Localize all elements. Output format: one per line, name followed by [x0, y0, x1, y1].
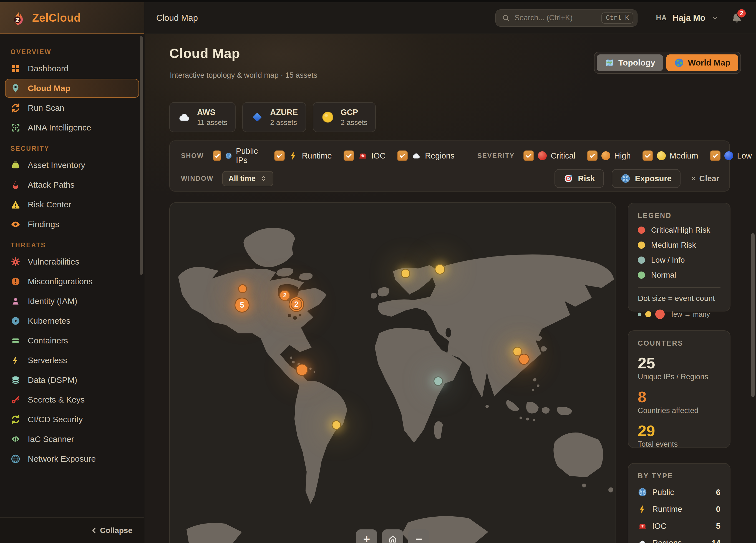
- search-icon: [502, 14, 510, 22]
- sidebar-item-attack-paths[interactable]: Attack Paths: [5, 175, 139, 194]
- scale-dot-icon: [655, 310, 665, 319]
- provider-card-aws[interactable]: AWS11 assets: [169, 102, 236, 132]
- map-marker[interactable]: [296, 364, 308, 376]
- legend-size-scale: few → many: [638, 310, 720, 319]
- sidebar-item-label: Identity (IAM): [28, 296, 77, 306]
- sidebar-item-misconfigurations[interactable]: Misconfigurations: [5, 272, 139, 291]
- checkbox-checked[interactable]: [213, 150, 221, 161]
- by-type-value: 0: [716, 505, 720, 514]
- user-menu[interactable]: HA Haja Mo: [656, 13, 719, 23]
- map-marker-count-5[interactable]: 5: [235, 298, 250, 313]
- warning-icon: [11, 200, 21, 210]
- checkbox-checked[interactable]: [523, 150, 534, 161]
- world-map-canvas[interactable]: 522 + −: [169, 202, 616, 543]
- exposure-button[interactable]: Exposure: [612, 169, 681, 188]
- legend-panel: LEGEND Critical/High RiskMedium RiskLow …: [628, 203, 730, 311]
- filter-severity-critical[interactable]: Critical: [523, 150, 575, 161]
- checkbox-checked[interactable]: [397, 150, 408, 161]
- sidebar-item-dashboard[interactable]: Dashboard: [5, 59, 139, 78]
- bolt-emoji-icon: [289, 151, 298, 160]
- filter-show-ioc[interactable]: IOC: [344, 150, 386, 161]
- page-subtitle: Interactive topology & world map · 15 as…: [170, 71, 317, 80]
- legend-item: Medium Risk: [638, 241, 720, 250]
- world-map-silhouette: [170, 203, 616, 543]
- checkbox-checked[interactable]: [710, 150, 720, 161]
- map-marker[interactable]: [332, 420, 341, 430]
- sidebar-item-risk-center[interactable]: Risk Center: [5, 195, 139, 214]
- counter-value: 25: [638, 355, 720, 371]
- globe-icon: [621, 174, 631, 183]
- checkbox-checked[interactable]: [344, 150, 354, 161]
- map-marker[interactable]: [434, 376, 443, 386]
- notifications-button[interactable]: 2: [730, 9, 744, 25]
- risk-button[interactable]: Risk: [555, 169, 604, 188]
- provider-cards: AWS11 assetsAZURE2 assetsGCP2 assets: [169, 102, 376, 132]
- sidebar-item-data-dspm-[interactable]: Data (DSPM): [5, 371, 139, 389]
- sidebar-item-findings[interactable]: Findings: [5, 215, 139, 234]
- sidebar-item-label: Data (DSPM): [28, 375, 77, 385]
- filter-show-public-ips[interactable]: Public IPs: [213, 147, 263, 165]
- sidebar-item-label: CI/CD Security: [28, 415, 83, 424]
- globe-line-icon: [11, 454, 21, 464]
- refresh-icon: [11, 414, 21, 424]
- map-marker-count-2[interactable]: 2: [289, 296, 304, 312]
- database-icon: [11, 375, 21, 385]
- sidebar-item-kubernetes[interactable]: Kubernetes: [5, 311, 139, 330]
- sidebar-item-asset-inventory[interactable]: Asset Inventory: [5, 156, 139, 175]
- filter-severity-low[interactable]: Low: [710, 150, 752, 161]
- sidebar-item-secrets-keys[interactable]: Secrets & Keys: [5, 390, 139, 409]
- collapse-label: Collapse: [100, 526, 132, 535]
- sidebar-item-identity-iam-[interactable]: Identity (IAM): [5, 292, 139, 311]
- filter-show-regions[interactable]: Regions: [397, 150, 454, 161]
- globe-earth-icon: [674, 58, 684, 68]
- search-shortcut-kbd: Ctrl K: [601, 12, 633, 24]
- zoom-out-button[interactable]: −: [408, 529, 429, 543]
- sidebar-item-network-exposure[interactable]: Network Exposure: [5, 449, 139, 468]
- view-toggle-topology[interactable]: Topology: [597, 54, 663, 71]
- sidebar-item-aina-intelligence[interactable]: AINA Intelligence: [5, 118, 139, 137]
- svg-text:z: z: [15, 16, 19, 24]
- provider-card-gcp[interactable]: GCP2 assets: [313, 102, 376, 132]
- sidebar-header: z ZelCloud: [0, 2, 144, 34]
- show-label: SHOW: [181, 152, 204, 160]
- eye-icon: [11, 219, 21, 229]
- legend-dot-icon: [638, 242, 645, 249]
- filter-severity-high[interactable]: High: [587, 150, 631, 161]
- sidebar-item-label: Network Exposure: [28, 454, 96, 464]
- sidebar-item-serverless[interactable]: Serverless: [5, 351, 139, 370]
- zoom-home-button[interactable]: [382, 529, 403, 543]
- map-marker[interactable]: [401, 269, 410, 278]
- sidebar-item-run-scan[interactable]: Run Scan: [5, 99, 139, 117]
- map-marker[interactable]: [518, 354, 530, 365]
- map-marker-count-2[interactable]: 2: [279, 290, 290, 301]
- filter-severity-medium[interactable]: Medium: [642, 150, 698, 161]
- legend-note: Dot size = event count: [638, 294, 720, 303]
- by-type-panel: BY TYPE Public6Runtime0IOC5Regions14: [628, 463, 730, 543]
- checkbox-checked[interactable]: [587, 150, 598, 161]
- checkbox-checked[interactable]: [642, 150, 653, 161]
- virus-icon: [11, 257, 21, 267]
- sidebar-item-iac-scanner[interactable]: IaC Scanner: [5, 430, 139, 449]
- legend-dot-icon: [638, 257, 645, 264]
- filter-show-runtime[interactable]: Runtime: [274, 150, 332, 161]
- sidebar-section-title: THREATS: [11, 242, 139, 249]
- search-input[interactable]: Search... (Ctrl+K) Ctrl K: [495, 9, 637, 27]
- map-marker[interactable]: [238, 284, 247, 293]
- sidebar-scrollbar[interactable]: [140, 36, 143, 275]
- checkbox-checked[interactable]: [274, 150, 285, 161]
- provider-card-azure[interactable]: AZURE2 assets: [242, 102, 306, 132]
- collapse-button[interactable]: Collapse: [90, 526, 132, 535]
- window-select[interactable]: All time: [222, 171, 273, 186]
- sidebar-item-cloud-map[interactable]: Cloud Map: [5, 79, 139, 98]
- sidebar-item-ci-cd-security[interactable]: CI/CD Security: [5, 410, 139, 429]
- map-marker[interactable]: [435, 264, 445, 275]
- siren-icon: [638, 521, 647, 531]
- sidebar-item-containers[interactable]: Containers: [5, 331, 139, 350]
- filter-row-window: WINDOW All time Risk Exposure × Clear: [181, 169, 719, 188]
- sidebar-item-vulnerabilities[interactable]: Vulnerabilities: [5, 252, 139, 271]
- sidebar-item-label: IaC Scanner: [28, 434, 74, 444]
- view-toggle-world-map[interactable]: World Map: [666, 54, 738, 71]
- page-scrollbar[interactable]: [751, 233, 755, 397]
- zoom-in-button[interactable]: +: [356, 529, 377, 543]
- clear-filters-button[interactable]: × Clear: [691, 174, 719, 183]
